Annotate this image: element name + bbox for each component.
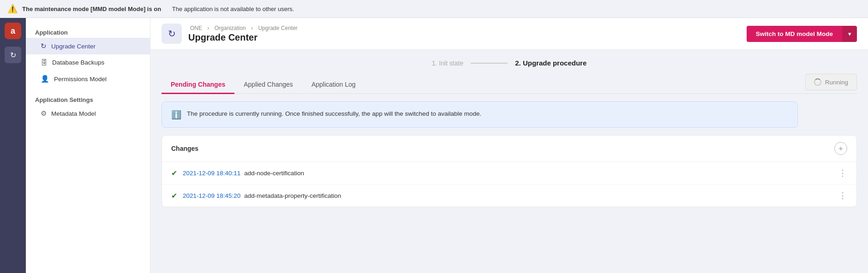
upgrade-center-icon: ↻	[41, 42, 47, 50]
running-button: Running	[805, 74, 857, 90]
sidebar-label-permissions-model: Permissions Model	[54, 76, 107, 83]
change-timestamp-1: 2021-12-09 18:40:11 add-node-certificati…	[183, 170, 304, 177]
header-icon-box: ↻	[162, 24, 182, 44]
changes-title: Changes	[171, 145, 198, 152]
dots-menu-2[interactable]: ⋮	[838, 190, 847, 201]
header-actions: Switch to MD model Mode ▾	[747, 26, 857, 42]
info-and-running: ℹ️ The procedure is currently running. O…	[162, 101, 857, 128]
step-line	[471, 63, 508, 64]
spinner-icon	[814, 78, 821, 86]
stepper: 1. Init state 2. Upgrade procedure	[162, 59, 857, 67]
sidebar-item-permissions-model[interactable]: 👤 Permissions Model	[26, 71, 150, 87]
dots-menu-1[interactable]: ⋮	[838, 168, 847, 178]
breadcrumb: ONE › Organization › Upgrade Center	[188, 25, 299, 31]
warning-text2: The application is not available to othe…	[172, 6, 294, 12]
header-sync-icon: ↻	[168, 28, 176, 39]
warning-icon: ⚠️	[7, 4, 18, 14]
tabs: Pending Changes Applied Changes Applicat…	[162, 76, 857, 94]
change-row-2: ✔ 2021-12-09 18:45:20 add-metadata-prope…	[162, 184, 856, 207]
sidebar: Application ↻ Upgrade Center 🗄 Database …	[26, 18, 150, 273]
breadcrumb-upgrade-center: Upgrade Center	[258, 25, 297, 31]
metadata-model-icon: ⚙	[41, 109, 47, 118]
sidebar-section-settings: Application Settings	[26, 93, 150, 105]
info-text: The procedure is currently running. Once…	[187, 109, 481, 119]
header-text: ONE › Organization › Upgrade Center Upgr…	[188, 25, 299, 43]
add-change-button[interactable]: ＋	[834, 142, 847, 155]
icon-strip-sync[interactable]: ↻	[5, 47, 21, 63]
check-icon-1: ✔	[171, 169, 177, 178]
main-content: ↻ ONE › Organization › Upgrade Center Up…	[150, 18, 868, 273]
info-icon: ℹ️	[171, 110, 181, 120]
sidebar-item-upgrade-center[interactable]: ↻ Upgrade Center	[26, 38, 150, 54]
main-body: 1. Init state 2. Upgrade procedure Pendi…	[150, 50, 868, 273]
running-label: Running	[825, 79, 848, 86]
change-row: ✔ 2021-12-09 18:40:11 add-node-certifica…	[162, 162, 856, 184]
changes-card: Changes ＋ ✔ 2021-12-09 18:40:11 add-node…	[162, 135, 857, 207]
sidebar-item-database-backups[interactable]: 🗄 Database Backups	[26, 54, 150, 71]
sidebar-label-upgrade-center: Upgrade Center	[51, 43, 96, 50]
main-header: ↻ ONE › Organization › Upgrade Center Up…	[150, 18, 868, 50]
step2-label: 2. Upgrade procedure	[515, 59, 587, 67]
switch-mode-button[interactable]: Switch to MD model Mode	[747, 26, 842, 42]
tab-pending-changes[interactable]: Pending Changes	[162, 76, 234, 94]
info-box: ℹ️ The procedure is currently running. O…	[162, 101, 798, 128]
breadcrumb-organization: Organization	[215, 25, 246, 31]
sidebar-label-database-backups: Database Backups	[52, 59, 104, 66]
changes-header: Changes ＋	[162, 136, 856, 162]
sidebar-label-metadata-model: Metadata Model	[51, 110, 96, 117]
page-title: Upgrade Center	[188, 32, 299, 43]
sidebar-section-application: Application	[26, 25, 150, 38]
step1-label: 1. Init state	[432, 59, 463, 67]
tab-application-log[interactable]: Application Log	[302, 76, 365, 94]
breadcrumb-one: ONE	[190, 25, 202, 31]
app-logo: a	[5, 23, 21, 39]
switch-mode-chevron[interactable]: ▾	[842, 26, 857, 42]
icon-strip: a ↻	[0, 18, 26, 273]
database-backups-icon: 🗄	[41, 59, 48, 66]
header-left: ↻ ONE › Organization › Upgrade Center Up…	[162, 24, 299, 44]
sidebar-item-metadata-model[interactable]: ⚙ Metadata Model	[26, 105, 150, 122]
warning-bar: ⚠️ The maintenance mode [MMD model Mode]…	[0, 0, 868, 18]
check-icon-2: ✔	[171, 191, 177, 200]
permissions-model-icon: 👤	[41, 75, 49, 83]
warning-text1: The maintenance mode [MMD model Mode] is…	[22, 6, 161, 12]
change-timestamp-2: 2021-12-09 18:45:20 add-metadata-propert…	[183, 192, 341, 199]
tab-applied-changes[interactable]: Applied Changes	[234, 76, 302, 94]
